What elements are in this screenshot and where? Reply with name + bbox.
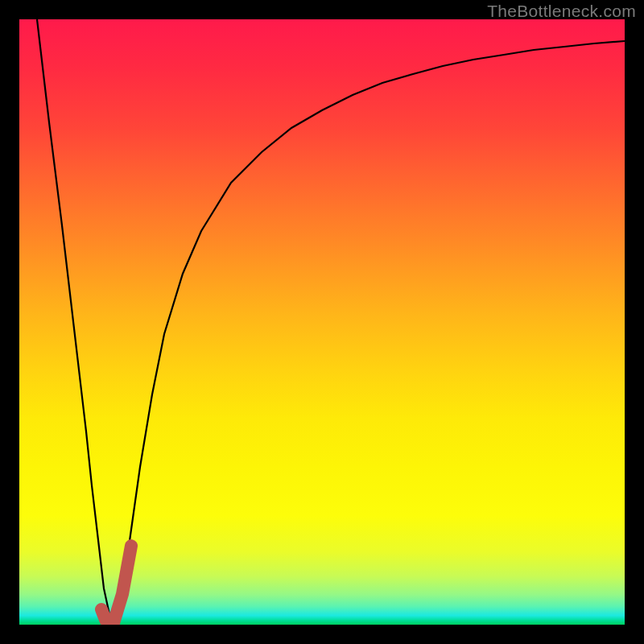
chart-frame: TheBottleneck.com bbox=[0, 0, 644, 644]
bottleneck-curve bbox=[37, 19, 625, 625]
attribution-text: TheBottleneck.com bbox=[487, 2, 636, 21]
curve-layer bbox=[19, 19, 625, 625]
highlight-segment bbox=[101, 546, 131, 623]
plot-area bbox=[19, 19, 625, 625]
